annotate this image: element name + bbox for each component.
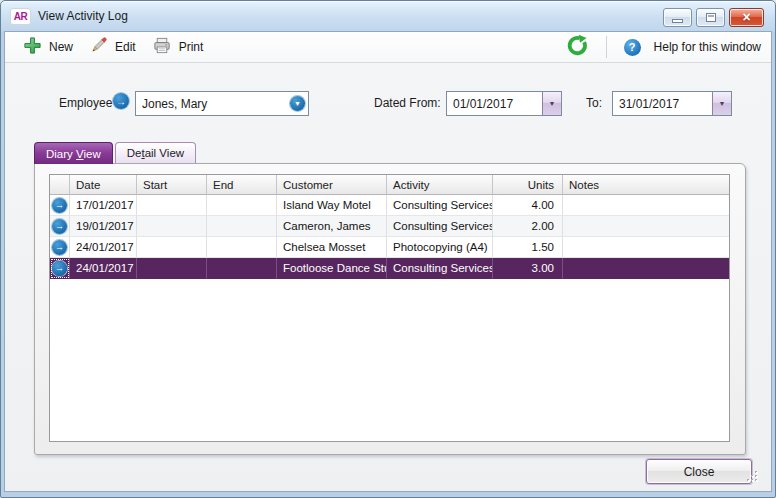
column-header-customer: Customer	[277, 175, 387, 195]
new-button-label: New	[49, 40, 73, 54]
view-activity-log-window: AR View Activity Log × New Edit	[0, 0, 776, 498]
table-cell	[137, 258, 207, 279]
maximize-icon	[706, 13, 716, 22]
column-header-notes: Notes	[563, 175, 729, 195]
close-icon: ×	[742, 9, 750, 26]
to-label: To:	[586, 96, 602, 110]
row-selector-cell[interactable]: →	[50, 216, 70, 237]
help-icon: ?	[624, 39, 641, 56]
window-title: View Activity Log	[38, 9, 128, 23]
to-calendar-dropdown-icon[interactable]: ▼	[712, 92, 731, 115]
table-cell: Footloose Dance Stud	[277, 258, 387, 279]
table-row[interactable]: →17/01/2017Island Way MotelConsulting Se…	[50, 195, 729, 216]
table-cell: Consulting Services	[387, 216, 493, 237]
table-cell	[563, 195, 729, 216]
row-detail-arrow-icon[interactable]: →	[52, 240, 67, 255]
table-cell: 19/01/2017	[70, 216, 137, 237]
table-cell	[207, 195, 277, 216]
column-header-start: Start	[137, 175, 207, 195]
employee-value: Jones, Mary	[136, 97, 290, 111]
close-window-button[interactable]: ×	[729, 8, 764, 27]
row-detail-arrow-icon[interactable]: →	[52, 261, 67, 276]
maximize-button[interactable]	[696, 8, 725, 27]
table-row[interactable]: →24/01/2017Chelsea MossetPhotocopying (A…	[50, 237, 729, 258]
table-cell: Consulting Services	[387, 195, 493, 216]
table-cell: Chelsea Mosset	[277, 237, 387, 258]
table-header-row: DateStartEndCustomerActivityUnitsNotes	[50, 175, 729, 195]
toolbar: New Edit Print	[5, 32, 771, 63]
table-cell	[137, 195, 207, 216]
app-logo-badge: AR	[10, 8, 31, 25]
table-cell: Island Way Motel	[277, 195, 387, 216]
edit-button-label: Edit	[115, 40, 136, 54]
print-button-label: Print	[179, 40, 204, 54]
minimize-button[interactable]	[663, 8, 692, 27]
table-cell	[207, 258, 277, 279]
print-button[interactable]: Print	[144, 34, 212, 60]
tab-bar: Diary View Detail View	[34, 142, 196, 164]
tab-detail-view[interactable]: Detail View	[115, 142, 196, 163]
edit-pencil-icon	[89, 36, 108, 58]
column-header-units: Units	[493, 175, 563, 195]
table-row[interactable]: →24/01/2017Footloose Dance StudConsultin…	[50, 258, 729, 279]
table-cell: 24/01/2017	[70, 258, 137, 279]
help-link-label: Help for this window	[654, 40, 761, 54]
column-header-activity: Activity	[387, 175, 493, 195]
content-area: Employee → Jones, Mary ▼ Dated From: 01/…	[5, 63, 771, 491]
row-selector-cell[interactable]: →	[50, 195, 70, 216]
print-printer-icon	[152, 36, 172, 58]
table-cell	[207, 237, 277, 258]
resize-grip[interactable]	[747, 471, 749, 473]
employee-select-field[interactable]: Jones, Mary ▼	[135, 91, 309, 116]
table-cell: 4.00	[493, 195, 563, 216]
diary-view-panel: DateStartEndCustomerActivityUnitsNotes →…	[34, 163, 746, 455]
table-cell: Cameron, James	[277, 216, 387, 237]
table-cell	[137, 237, 207, 258]
table-cell: Consulting Services	[387, 258, 493, 279]
table-cell: 17/01/2017	[70, 195, 137, 216]
close-button[interactable]: Close	[646, 459, 752, 484]
titlebar[interactable]: AR View Activity Log ×	[1, 1, 775, 31]
table-cell	[207, 216, 277, 237]
close-button-label: Close	[684, 465, 715, 479]
employee-dropdown-icon[interactable]: ▼	[290, 96, 305, 111]
dated-from-value: 01/01/2017	[447, 97, 542, 111]
row-detail-arrow-icon[interactable]: →	[52, 219, 67, 234]
table-cell: 24/01/2017	[70, 237, 137, 258]
activity-table: DateStartEndCustomerActivityUnitsNotes →…	[49, 174, 730, 442]
table-cell	[563, 216, 729, 237]
employee-label: Employee	[59, 96, 112, 110]
help-link[interactable]: ? Help for this window	[616, 37, 761, 58]
column-header-date: Date	[70, 175, 137, 195]
refresh-icon	[566, 34, 589, 60]
refresh-button[interactable]	[558, 32, 597, 62]
dated-from-field[interactable]: 01/01/2017 ▼	[446, 91, 562, 116]
column-header-selector	[50, 175, 70, 195]
table-cell: 3.00	[493, 258, 563, 279]
table-cell: 1.50	[493, 237, 563, 258]
column-header-end: End	[207, 175, 277, 195]
dated-from-calendar-dropdown-icon[interactable]: ▼	[542, 92, 561, 115]
new-plus-icon	[23, 36, 42, 58]
row-detail-arrow-icon[interactable]: →	[52, 198, 67, 213]
table-body: →17/01/2017Island Way MotelConsulting Se…	[50, 195, 729, 279]
table-cell	[137, 216, 207, 237]
table-cell: 2.00	[493, 216, 563, 237]
toolbar-separator	[606, 36, 607, 58]
edit-button[interactable]: Edit	[81, 34, 144, 60]
employee-link-arrow-icon[interactable]: →	[113, 93, 129, 109]
row-selector-cell[interactable]: →	[50, 258, 70, 279]
minimize-icon	[672, 19, 683, 23]
table-cell	[563, 237, 729, 258]
client-area: New Edit Print	[4, 31, 772, 492]
new-button[interactable]: New	[15, 34, 81, 60]
dated-from-label: Dated From:	[374, 96, 441, 110]
to-value: 31/01/2017	[613, 97, 712, 111]
table-cell	[563, 258, 729, 279]
row-selector-cell[interactable]: →	[50, 237, 70, 258]
to-field[interactable]: 31/01/2017 ▼	[612, 91, 732, 116]
tab-diary-view[interactable]: Diary View	[34, 142, 113, 164]
table-row[interactable]: →19/01/2017Cameron, JamesConsulting Serv…	[50, 216, 729, 237]
table-cell: Photocopying (A4)	[387, 237, 493, 258]
